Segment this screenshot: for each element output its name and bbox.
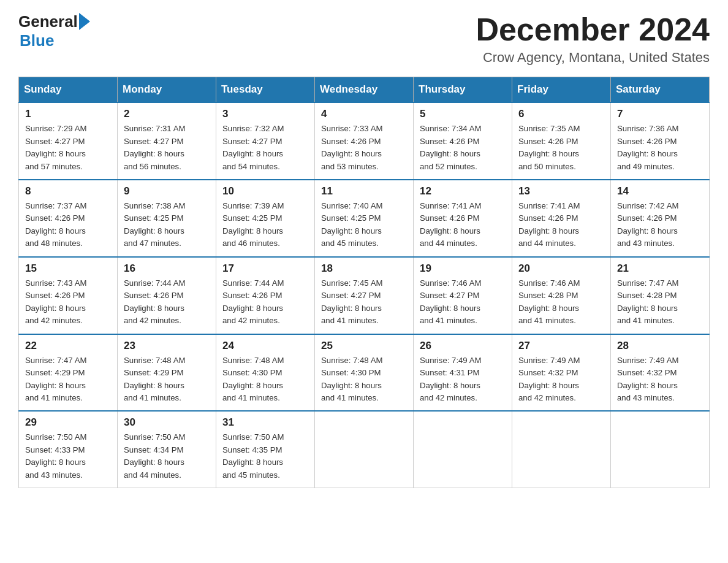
day-info: Sunrise: 7:47 AMSunset: 4:29 PMDaylight:… — [25, 354, 111, 405]
day-info: Sunrise: 7:49 AMSunset: 4:32 PMDaylight:… — [617, 354, 703, 405]
day-info: Sunrise: 7:31 AMSunset: 4:27 PMDaylight:… — [124, 123, 210, 173]
logo-text-blue: Blue — [20, 31, 54, 50]
calendar-cell — [512, 411, 611, 488]
month-title: December 2024 — [476, 12, 710, 47]
calendar-cell: 7Sunrise: 7:36 AMSunset: 4:26 PMDaylight… — [611, 102, 710, 180]
calendar-cell: 1Sunrise: 7:29 AMSunset: 4:27 PMDaylight… — [19, 102, 118, 180]
day-number: 10 — [222, 185, 308, 197]
title-area: December 2024 Crow Agency, Montana, Unit… — [476, 12, 710, 66]
calendar-cell: 23Sunrise: 7:48 AMSunset: 4:29 PMDayligh… — [118, 334, 216, 412]
logo: General Blue — [18, 12, 90, 50]
day-info: Sunrise: 7:48 AMSunset: 4:29 PMDaylight:… — [124, 354, 210, 405]
logo-arrow-icon — [79, 13, 90, 30]
day-info: Sunrise: 7:32 AMSunset: 4:27 PMDaylight:… — [222, 123, 308, 173]
day-number: 8 — [25, 185, 111, 197]
day-number: 27 — [518, 340, 604, 352]
calendar-cell: 31Sunrise: 7:50 AMSunset: 4:35 PMDayligh… — [216, 411, 315, 488]
col-header-tuesday: Tuesday — [216, 77, 315, 103]
day-info: Sunrise: 7:44 AMSunset: 4:26 PMDaylight:… — [222, 277, 308, 327]
day-number: 20 — [518, 262, 604, 275]
week-row-5: 29Sunrise: 7:50 AMSunset: 4:33 PMDayligh… — [19, 411, 710, 488]
logo-text-general: General — [18, 12, 78, 31]
day-number: 30 — [124, 416, 210, 429]
calendar-header-row: SundayMondayTuesdayWednesdayThursdayFrid… — [19, 77, 710, 103]
day-info: Sunrise: 7:50 AMSunset: 4:34 PMDaylight:… — [124, 431, 210, 481]
calendar-cell: 2Sunrise: 7:31 AMSunset: 4:27 PMDaylight… — [118, 102, 216, 180]
day-info: Sunrise: 7:49 AMSunset: 4:32 PMDaylight:… — [518, 354, 604, 405]
calendar-cell: 5Sunrise: 7:34 AMSunset: 4:26 PMDaylight… — [414, 102, 512, 180]
day-number: 28 — [617, 340, 703, 352]
calendar-table: SundayMondayTuesdayWednesdayThursdayFrid… — [18, 77, 710, 488]
calendar-cell — [611, 411, 710, 488]
col-header-saturday: Saturday — [611, 77, 710, 103]
day-info: Sunrise: 7:33 AMSunset: 4:26 PMDaylight:… — [321, 123, 407, 173]
day-info: Sunrise: 7:40 AMSunset: 4:25 PMDaylight:… — [321, 200, 407, 250]
day-info: Sunrise: 7:39 AMSunset: 4:25 PMDaylight:… — [222, 200, 308, 250]
day-number: 31 — [222, 416, 308, 429]
calendar-cell: 3Sunrise: 7:32 AMSunset: 4:27 PMDaylight… — [216, 102, 315, 180]
calendar-cell: 8Sunrise: 7:37 AMSunset: 4:26 PMDaylight… — [19, 180, 118, 257]
col-header-sunday: Sunday — [19, 77, 118, 103]
day-number: 26 — [420, 340, 506, 352]
calendar-cell: 11Sunrise: 7:40 AMSunset: 4:25 PMDayligh… — [315, 180, 414, 257]
day-number: 6 — [518, 108, 604, 120]
day-number: 21 — [617, 262, 703, 275]
calendar-cell: 10Sunrise: 7:39 AMSunset: 4:25 PMDayligh… — [216, 180, 315, 257]
day-number: 1 — [25, 108, 111, 120]
calendar-cell: 16Sunrise: 7:44 AMSunset: 4:26 PMDayligh… — [118, 257, 216, 334]
calendar-cell: 29Sunrise: 7:50 AMSunset: 4:33 PMDayligh… — [19, 411, 118, 488]
calendar-cell — [315, 411, 414, 488]
week-row-4: 22Sunrise: 7:47 AMSunset: 4:29 PMDayligh… — [19, 334, 710, 412]
day-info: Sunrise: 7:50 AMSunset: 4:33 PMDaylight:… — [25, 431, 111, 481]
day-number: 7 — [617, 108, 703, 120]
day-info: Sunrise: 7:49 AMSunset: 4:31 PMDaylight:… — [420, 354, 506, 405]
day-info: Sunrise: 7:34 AMSunset: 4:26 PMDaylight:… — [420, 123, 506, 173]
calendar-cell — [414, 411, 512, 488]
calendar-cell: 17Sunrise: 7:44 AMSunset: 4:26 PMDayligh… — [216, 257, 315, 334]
col-header-thursday: Thursday — [414, 77, 512, 103]
calendar-cell: 13Sunrise: 7:41 AMSunset: 4:26 PMDayligh… — [512, 180, 611, 257]
calendar-cell: 30Sunrise: 7:50 AMSunset: 4:34 PMDayligh… — [118, 411, 216, 488]
calendar-cell: 4Sunrise: 7:33 AMSunset: 4:26 PMDaylight… — [315, 102, 414, 180]
day-info: Sunrise: 7:29 AMSunset: 4:27 PMDaylight:… — [25, 123, 111, 173]
day-info: Sunrise: 7:47 AMSunset: 4:28 PMDaylight:… — [617, 277, 703, 327]
day-number: 15 — [25, 262, 111, 275]
day-number: 17 — [222, 262, 308, 275]
calendar-cell: 20Sunrise: 7:46 AMSunset: 4:28 PMDayligh… — [512, 257, 611, 334]
day-number: 5 — [420, 108, 506, 120]
day-number: 12 — [420, 185, 506, 197]
day-info: Sunrise: 7:42 AMSunset: 4:26 PMDaylight:… — [617, 200, 703, 250]
day-info: Sunrise: 7:50 AMSunset: 4:35 PMDaylight:… — [222, 431, 308, 481]
week-row-1: 1Sunrise: 7:29 AMSunset: 4:27 PMDaylight… — [19, 102, 710, 180]
day-number: 19 — [420, 262, 506, 275]
day-number: 3 — [222, 108, 308, 120]
day-info: Sunrise: 7:46 AMSunset: 4:27 PMDaylight:… — [420, 277, 506, 327]
day-number: 18 — [321, 262, 407, 275]
page-header: General Blue December 2024 Crow Agency, … — [18, 12, 710, 66]
calendar-cell: 22Sunrise: 7:47 AMSunset: 4:29 PMDayligh… — [19, 334, 118, 412]
day-number: 22 — [25, 340, 111, 352]
week-row-2: 8Sunrise: 7:37 AMSunset: 4:26 PMDaylight… — [19, 180, 710, 257]
day-number: 11 — [321, 185, 407, 197]
calendar-cell: 27Sunrise: 7:49 AMSunset: 4:32 PMDayligh… — [512, 334, 611, 412]
calendar-cell: 21Sunrise: 7:47 AMSunset: 4:28 PMDayligh… — [611, 257, 710, 334]
calendar-cell: 18Sunrise: 7:45 AMSunset: 4:27 PMDayligh… — [315, 257, 414, 334]
calendar-cell: 24Sunrise: 7:48 AMSunset: 4:30 PMDayligh… — [216, 334, 315, 412]
day-number: 13 — [518, 185, 604, 197]
col-header-friday: Friday — [512, 77, 611, 103]
day-info: Sunrise: 7:36 AMSunset: 4:26 PMDaylight:… — [617, 123, 703, 173]
calendar-cell: 19Sunrise: 7:46 AMSunset: 4:27 PMDayligh… — [414, 257, 512, 334]
calendar-cell: 9Sunrise: 7:38 AMSunset: 4:25 PMDaylight… — [118, 180, 216, 257]
day-number: 14 — [617, 185, 703, 197]
day-number: 2 — [124, 108, 210, 120]
calendar-cell: 6Sunrise: 7:35 AMSunset: 4:26 PMDaylight… — [512, 102, 611, 180]
day-info: Sunrise: 7:41 AMSunset: 4:26 PMDaylight:… — [518, 200, 604, 250]
day-number: 23 — [124, 340, 210, 352]
day-info: Sunrise: 7:48 AMSunset: 4:30 PMDaylight:… — [321, 354, 407, 405]
day-info: Sunrise: 7:43 AMSunset: 4:26 PMDaylight:… — [25, 277, 111, 327]
calendar-cell: 14Sunrise: 7:42 AMSunset: 4:26 PMDayligh… — [611, 180, 710, 257]
day-info: Sunrise: 7:45 AMSunset: 4:27 PMDaylight:… — [321, 277, 407, 327]
day-info: Sunrise: 7:48 AMSunset: 4:30 PMDaylight:… — [222, 354, 308, 405]
day-number: 16 — [124, 262, 210, 275]
col-header-wednesday: Wednesday — [315, 77, 414, 103]
